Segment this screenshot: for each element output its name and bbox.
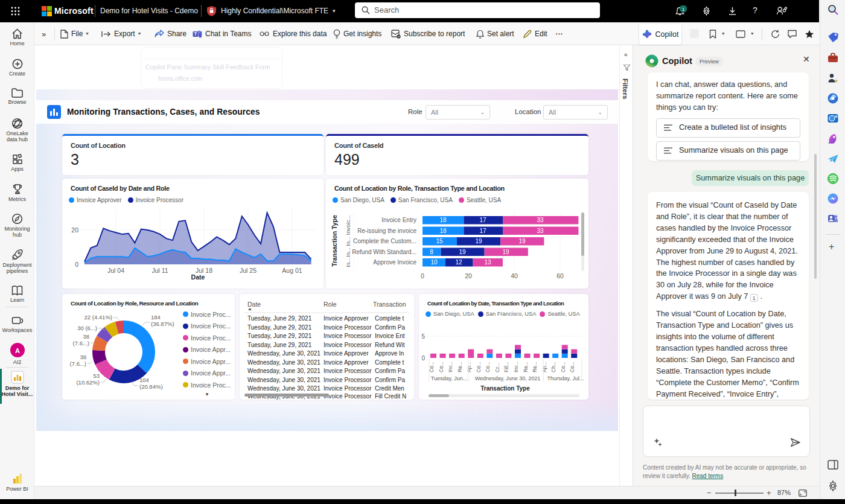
svg-text:(7.6...): (7.6...): [70, 360, 86, 367]
svg-text:Invoice Processor: Invoice Processor: [324, 324, 372, 331]
svg-text:Jul 04: Jul 04: [107, 267, 124, 274]
svg-text:20: 20: [71, 226, 78, 234]
svg-text:0: 0: [75, 261, 78, 268]
svg-text:30 (6...): 30 (6...): [77, 325, 97, 331]
svg-text:19: 19: [502, 249, 509, 255]
svg-text:Date: Date: [247, 301, 261, 308]
svg-text:Invoice Processor: Invoice Processor: [324, 333, 372, 339]
svg-text:Co...: Co...: [485, 362, 491, 372]
svg-text:Jul 11: Jul 11: [151, 267, 168, 274]
svg-text:0: 0: [421, 355, 425, 362]
svg-text:Invoice Ent: Invoice Ent: [375, 333, 405, 339]
svg-text:Invoice Processor: Invoice Processor: [324, 342, 372, 348]
svg-text:Transaction: Transaction: [373, 301, 406, 308]
svg-text:Role: Role: [324, 301, 337, 308]
svg-text:Co...: Co...: [438, 362, 444, 372]
svg-text:Invoic...: Invoic...: [345, 215, 351, 235]
svg-text:(10.62%): (10.62%): [76, 379, 100, 386]
svg-text:20: 20: [465, 272, 472, 279]
svg-text:In...: In...: [345, 237, 351, 246]
svg-text:Thursday, Jul...: Thursday, Jul...: [547, 375, 584, 381]
svg-text:Transaction Type: Transaction Type: [331, 215, 338, 267]
svg-text:Complete t: Complete t: [375, 359, 404, 366]
svg-text:0: 0: [421, 272, 424, 279]
svg-text:Invoice Processor: Invoice Processor: [324, 377, 372, 383]
svg-text:Invoice Approver: Invoice Approver: [324, 350, 369, 357]
svg-text:Wednesday, June 30, 2021: Wednesday, June 30, 2021: [247, 368, 320, 374]
svg-text:Tuesday, Jun...: Tuesday, Jun...: [431, 375, 468, 381]
svg-text:Complete the Custom...: Complete the Custom...: [353, 238, 416, 244]
svg-text:Wednesday, June 30, 2021: Wednesday, June 30, 2021: [247, 359, 320, 366]
svg-text:Wednesday, June 30, 2021: Wednesday, June 30, 2021: [247, 350, 320, 357]
svg-text:19: 19: [459, 249, 466, 255]
svg-text:A: A: [15, 347, 20, 354]
svg-text:Wednesday, June 30, 2021: Wednesday, June 30, 2021: [475, 375, 541, 381]
svg-text:Approve Invoice: Approve Invoice: [373, 259, 416, 266]
svg-text:19: 19: [475, 238, 482, 244]
svg-text:33: 33: [537, 228, 544, 234]
svg-text:In...: In...: [345, 247, 351, 257]
svg-text:Re-issuing the invoice: Re-issuing the invoice: [357, 228, 416, 234]
svg-text:Fill Credit N: Fill Credit N: [375, 393, 406, 400]
svg-text:Invoice Processor: Invoice Processor: [324, 368, 372, 374]
svg-text:(7.6...): (7.6...): [73, 340, 89, 346]
svg-text:Inv...: Inv...: [513, 362, 519, 372]
svg-text:Wednesday, June 30, 2021: Wednesday, June 30, 2021: [247, 385, 320, 392]
svg-text:Co...: Co...: [476, 362, 482, 372]
svg-text:Confirm Pa: Confirm Pa: [375, 324, 405, 331]
svg-text:184: 184: [151, 314, 161, 321]
svg-text:Co...: Co...: [560, 362, 566, 372]
svg-text:Confirm Pa: Confirm Pa: [375, 368, 405, 374]
svg-text:Aug 01: Aug 01: [282, 267, 302, 274]
svg-text:10: 10: [430, 259, 438, 266]
svg-text:22 (4.41%): 22 (4.41%): [84, 314, 112, 321]
svg-text:Re...: Re...: [457, 362, 463, 372]
svg-text:Tuesday, June 29, 2021: Tuesday, June 29, 2021: [247, 333, 312, 339]
svg-text:38: 38: [80, 354, 86, 360]
svg-text:Transaction Type: Transaction Type: [480, 385, 530, 392]
svg-text:13: 13: [484, 259, 491, 266]
svg-text:Ap...: Ap...: [466, 362, 472, 372]
svg-text:33: 33: [537, 217, 544, 223]
svg-text:53: 53: [93, 372, 100, 379]
svg-text:Approve In: Approve In: [375, 350, 404, 357]
svg-text:(20.84%): (20.84%): [139, 383, 163, 390]
svg-text:18: 18: [439, 228, 447, 234]
svg-text:Invoice Approver: Invoice Approver: [324, 315, 369, 322]
svg-text:Inv...: Inv...: [447, 362, 453, 372]
svg-text:Jul 25: Jul 25: [240, 267, 257, 274]
svg-text:Wednesday, June 30, 2021: Wednesday, June 30, 2021: [247, 377, 320, 383]
svg-text:12: 12: [455, 259, 462, 266]
svg-text:Refund With Standard...: Refund With Standard...: [352, 249, 416, 255]
svg-text:Tuesday, June 29, 2021: Tuesday, June 29, 2021: [247, 342, 312, 348]
svg-text:19: 19: [518, 238, 526, 244]
svg-text:Invoice Entry: Invoice Entry: [381, 217, 416, 223]
svg-text:Invoice Approver: Invoice Approver: [324, 359, 369, 366]
svg-text:38: 38: [83, 333, 89, 340]
svg-text:(36.87%): (36.87%): [151, 321, 174, 327]
svg-text:17: 17: [479, 228, 486, 234]
svg-text:40: 40: [511, 272, 518, 279]
svg-text:5: 5: [421, 333, 425, 340]
svg-text:Credit Men: Credit Men: [375, 385, 404, 392]
svg-text:1: 1: [682, 7, 685, 12]
svg-text:In...: In...: [345, 258, 351, 267]
svg-text:104: 104: [139, 377, 149, 383]
svg-text:Cr...: Cr...: [494, 363, 500, 372]
svg-text:Co...: Co...: [569, 362, 575, 372]
svg-text:17: 17: [479, 217, 486, 223]
svg-text:Invoice Processor: Invoice Processor: [324, 393, 372, 400]
svg-text:Ap...: Ap...: [541, 362, 547, 372]
svg-text:15: 15: [436, 238, 443, 244]
svg-text:8: 8: [430, 249, 433, 255]
svg-text:Confirm Pa: Confirm Pa: [375, 377, 405, 383]
svg-text:Ch...: Ch...: [550, 362, 556, 372]
svg-text:Refund Wit: Refund Wit: [375, 342, 405, 348]
svg-text:Fill...: Fill...: [503, 362, 509, 372]
svg-text:Date: Date: [191, 273, 205, 281]
svg-text:Re...: Re...: [532, 362, 538, 372]
svg-text:60: 60: [556, 272, 564, 279]
svg-text:Tuesday, June 29, 2021: Tuesday, June 29, 2021: [247, 324, 312, 331]
svg-text:18: 18: [439, 217, 447, 223]
svg-text:Re...: Re...: [523, 362, 529, 372]
